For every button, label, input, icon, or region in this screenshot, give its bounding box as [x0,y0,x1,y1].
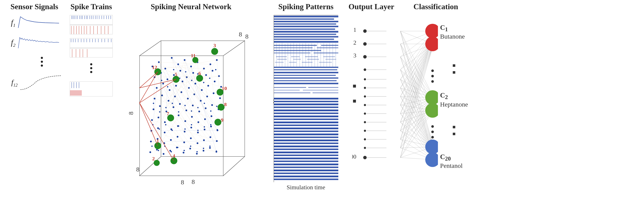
spike-dot1 [90,63,92,65]
svg-point-171 [173,69,174,70]
signal-label-f2: f2 [4,38,17,48]
output-layer-section: Output Layer 1 2 3 ■ ■ 200 [348,2,395,180]
svg-rect-344 [289,62,296,63]
svg-rect-333 [274,52,310,53]
class-c20-label: C20 Pentanol [440,153,468,169]
class-dots-upper: ■ ■ [440,63,468,75]
out-neuron-2 [363,42,367,46]
svg-text:10: 10 [222,86,227,91]
spike-panel-2 [70,38,113,57]
svg-point-99 [207,85,209,87]
svg-point-184 [184,105,186,106]
svg-point-188 [210,110,212,112]
svg-rect-377 [274,149,338,150]
svg-marker-64 [223,41,245,176]
out-neuron-12 [364,138,366,140]
out-neuron-13 [364,147,366,149]
signal-row-f2: f2 [4,35,64,51]
class-dot-1 [431,69,434,72]
svg-rect-341 [307,59,319,60]
svg-rect-355 [308,87,338,88]
svg-rect-370 [274,128,338,129]
svg-point-205 [177,147,178,148]
svg-rect-376 [274,146,338,147]
class-c2-label: C2 Heptanone [440,91,468,108]
svg-rect-345 [302,62,312,63]
svg-rect-368 [274,122,338,123]
class-circle-c2-2 [425,103,438,118]
sensor-signals-title: Sensor Signals [10,2,58,11]
neuron-8 [218,104,224,111]
svg-point-208 [196,151,198,152]
svg-text:7: 7 [166,111,169,116]
svg-line-311 [140,72,158,88]
svg-text:9: 9 [221,117,224,123]
svg-text:2: 2 [152,156,155,161]
svg-rect-382 [274,164,338,165]
svg-line-270 [157,76,219,88]
out-neuron-1 [363,29,367,33]
svg-rect-375 [274,143,338,144]
class-c1-name: Butanone [440,33,468,40]
output-svg: 1 2 3 ■ ■ 200 [352,13,391,180]
spike-svg-3 [70,82,113,96]
svg-text:8: 8 [181,179,184,186]
svg-rect-332 [274,50,321,51]
class-dot-3 [431,80,434,83]
snn-diagram: 8 8 8 [120,13,262,189]
sensor-dots [19,56,64,67]
out-neuron-11 [364,130,366,132]
svg-rect-347 [274,67,338,68]
neuron-3 [211,48,218,55]
out-label-200: 200 [352,153,356,160]
spike-panel-3 [70,81,113,96]
svg-point-198 [204,126,205,128]
svg-point-197 [197,130,198,131]
svg-rect-351 [274,77,338,79]
svg-point-89 [212,70,214,72]
svg-rect-322 [274,28,335,30]
signal-row-f12: f12 [4,75,64,91]
snn-title: Spiking Neural Network [151,2,232,11]
out-label-1: 1 [353,26,356,33]
svg-point-176 [203,82,204,83]
neuron-9 [214,119,221,126]
svg-line-276 [154,60,217,152]
svg-rect-384 [274,170,338,171]
svg-line-267 [192,117,216,152]
svg-line-280 [151,66,191,142]
signal-graph-f12 [19,75,62,91]
svg-rect-369 [274,125,338,126]
svg-rect-383 [274,167,338,168]
svg-rect-356 [274,90,300,90]
svg-text:8: 8 [239,31,242,38]
out-neuron-10 [364,121,366,123]
svg-line-265 [178,115,204,151]
svg-point-179 [153,103,154,104]
main-container: Sensor Signals f1 f2 [0,0,644,209]
svg-rect-386 [274,176,338,177]
svg-rect-379 [274,155,338,156]
class-dot-2 [431,75,434,77]
svg-point-209 [203,148,204,149]
svg-point-149 [170,139,172,141]
svg-rect-353 [274,83,338,84]
svg-rect-371 [274,131,338,132]
svg-point-201 [151,146,153,147]
svg-line-484 [400,44,434,131]
svg-point-160 [169,150,171,152]
svg-line-250 [175,96,198,133]
svg-rect-330 [274,47,312,48]
class-c2-id: C2 [440,91,468,101]
svg-rect-349 [274,72,338,73]
signal-graph-f2 [17,35,60,51]
out-label-3: 3 [353,52,356,59]
svg-rect-357 [303,90,338,90]
signal-label-f1: f1 [4,18,17,28]
classification-section: Classification [397,2,474,180]
svg-rect-328 [274,45,317,46]
svg-point-183 [178,111,179,113]
dot1 [41,57,43,59]
svg-rect-361 [274,101,338,102]
class-dot-5 [431,131,434,133]
